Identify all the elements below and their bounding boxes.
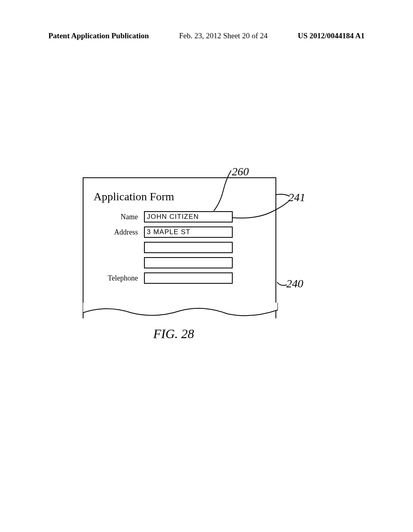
figure-container: Application Form Name JOHN CITIZEN Addre… — [83, 177, 276, 318]
form-row-address2 — [100, 242, 233, 253]
page-header: Patent Application Publication Feb. 23, … — [0, 31, 413, 40]
header-date-sheet: Feb. 23, 2012 Sheet 20 of 24 — [179, 31, 268, 40]
paper-sheet: Application Form Name JOHN CITIZEN Addre… — [83, 177, 276, 318]
form-title: Application Form — [94, 190, 174, 203]
name-label: Name — [100, 213, 138, 221]
form-row-address3 — [100, 257, 233, 268]
form-row-address: Address 3 MAPLE ST — [100, 227, 233, 238]
header-publication: Patent Application Publication — [48, 31, 149, 40]
form-row-name: Name JOHN CITIZEN — [100, 211, 233, 222]
telephone-label: Telephone — [100, 274, 138, 283]
figure-caption: FIG. 28 — [153, 326, 194, 341]
telephone-field[interactable] — [144, 272, 233, 284]
address-field[interactable]: 3 MAPLE ST — [144, 227, 233, 238]
header-pub-number: US 2012/0044184 A1 — [298, 31, 365, 40]
callout-260: 260 — [232, 165, 249, 178]
name-field[interactable]: JOHN CITIZEN — [144, 211, 233, 222]
address2-field[interactable] — [144, 242, 233, 253]
callout-241: 241 — [288, 191, 305, 204]
address-label: Address — [100, 228, 138, 237]
form-row-telephone: Telephone — [100, 272, 233, 284]
address3-field[interactable] — [144, 257, 233, 268]
callout-240: 240 — [286, 277, 303, 290]
torn-edge — [83, 303, 278, 319]
